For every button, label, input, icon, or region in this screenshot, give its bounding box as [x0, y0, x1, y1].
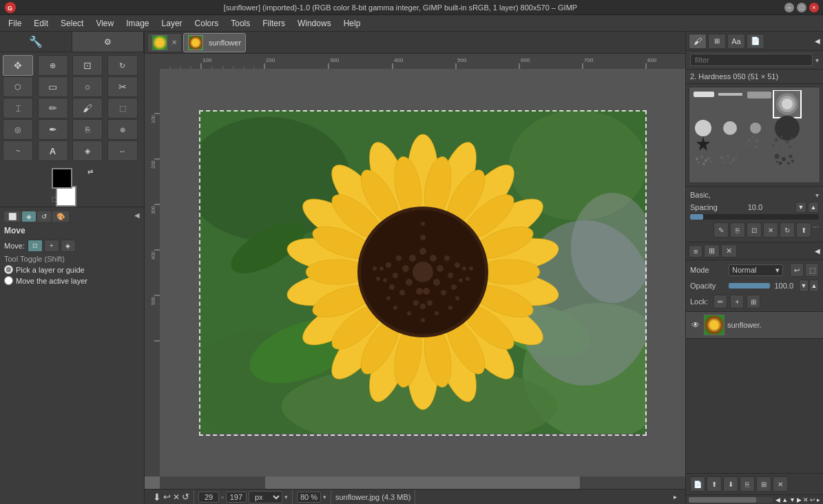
layer-lower-btn[interactable]: ⬇	[723, 476, 738, 492]
tool-tab-tools[interactable]: 🔧	[0, 32, 72, 52]
tool-move[interactable]: ✥	[3, 55, 33, 76]
menu-file[interactable]: File	[3, 17, 27, 30]
expand-tool-options[interactable]: ◀	[134, 211, 140, 222]
nav-redo2[interactable]: ▸	[817, 496, 820, 503]
tool-crop[interactable]: ⊡	[72, 55, 103, 76]
layer-delete-btn[interactable]: ✕	[773, 476, 788, 492]
layer-duplicate-btn[interactable]: ⎘	[740, 476, 755, 492]
cancel-icon[interactable]: ✕	[173, 492, 180, 502]
right-hscroll-thumb[interactable]	[689, 497, 756, 503]
brush-edit-btn[interactable]: ✎	[713, 222, 729, 238]
image-tab-1[interactable]: ✕	[147, 33, 182, 52]
brush-copy-btn[interactable]: ⎘	[730, 222, 745, 238]
tool-smudge[interactable]: ~	[3, 140, 33, 161]
layer-visibility-toggle[interactable]: 👁	[690, 319, 701, 330]
nav-right-end[interactable]: ▶	[797, 496, 802, 503]
right-hscroll[interactable]	[689, 497, 773, 503]
right-panel-menu[interactable]: ◀	[815, 37, 820, 45]
nav-up[interactable]: ▲	[782, 496, 788, 503]
horizontal-scrollbar[interactable]	[160, 476, 685, 489]
export-icon[interactable]: ⬇	[153, 492, 161, 503]
nav-del[interactable]: ✕	[803, 496, 809, 503]
image-tab-2[interactable]: sunflower	[183, 33, 246, 52]
lock-alpha-icon[interactable]: ⊞	[747, 295, 760, 308]
layers-tab-paths[interactable]: ✕	[721, 244, 737, 258]
image-tab-1-close[interactable]: ✕	[171, 39, 177, 46]
menu-layer[interactable]: Layer	[156, 17, 188, 30]
tool-heal[interactable]: ⊕	[107, 119, 138, 140]
spacing-bar[interactable]	[690, 214, 819, 220]
opacity-increase[interactable]: ▲	[809, 280, 819, 292]
brush-more-btn[interactable]: ···	[813, 222, 819, 238]
mode-undo[interactable]: ↩	[790, 263, 804, 277]
tool-text[interactable]: A	[38, 140, 68, 161]
tool-measure[interactable]: ↔	[107, 140, 138, 161]
move-layer-icon[interactable]: ⊡	[28, 240, 43, 252]
opt-tab-new[interactable]: ⬜	[4, 211, 21, 222]
maximize-button[interactable]: □	[797, 3, 806, 12]
brush-delete-btn[interactable]: ✕	[763, 222, 778, 238]
minimize-button[interactable]: –	[784, 3, 794, 12]
mode-select[interactable]: Normal ▾	[729, 264, 783, 276]
brush-preset-dropdown[interactable]: ▾	[815, 191, 819, 199]
canvas-viewport[interactable]	[160, 69, 685, 476]
tool-rotate[interactable]: ↻	[107, 55, 138, 76]
lock-move-icon[interactable]: +	[730, 295, 744, 308]
tool-paintbrush[interactable]: 🖌	[72, 98, 103, 118]
tool-airbrush[interactable]: ◎	[3, 119, 33, 140]
zoom-dropdown-arrow[interactable]: ▾	[323, 494, 326, 501]
layers-tab-layers[interactable]: ≡	[689, 245, 702, 258]
tool-ellipse-select[interactable]: ○	[72, 76, 103, 97]
menu-image[interactable]: Image	[121, 17, 154, 30]
undo-icon[interactable]: ↩	[163, 492, 171, 502]
opt-tab-tool[interactable]: ◈	[22, 211, 36, 222]
patterns-tab[interactable]: ⊞	[708, 34, 726, 49]
foreground-color-swatch[interactable]	[52, 168, 72, 189]
restore-icon[interactable]: ↺	[182, 492, 189, 502]
menu-tools[interactable]: Tools	[225, 17, 256, 30]
layer-merge-btn[interactable]: ⊞	[756, 476, 771, 492]
swap-colors-icon[interactable]: ⇄	[87, 168, 93, 176]
nav-down[interactable]: ▼	[789, 496, 795, 503]
filter-dropdown-arrow[interactable]: ▾	[815, 56, 819, 64]
fonts-tab[interactable]: Aa	[727, 34, 745, 49]
spacing-decrease[interactable]: ▼	[795, 202, 806, 213]
background-color-swatch[interactable]	[56, 186, 76, 207]
tool-scissors[interactable]: ✂	[107, 76, 138, 97]
opacity-bar[interactable]	[729, 283, 770, 288]
scrollbar-thumb[interactable]	[265, 476, 581, 489]
brush-export-btn[interactable]: ⬆	[796, 222, 811, 238]
tool-color-picker[interactable]: ◈	[72, 140, 103, 161]
tool-paths[interactable]: ⌶	[3, 98, 33, 118]
pick-layer-radio[interactable]	[4, 265, 13, 274]
layers-panel-menu[interactable]: ◀	[815, 247, 820, 255]
layers-tab-channels[interactable]: ⊞	[704, 244, 720, 258]
opt-tab-config[interactable]: 🎨	[52, 211, 69, 222]
tool-rect-select[interactable]: ▭	[38, 76, 68, 97]
tool-eraser[interactable]: ⬚	[107, 98, 138, 118]
move-path-icon[interactable]: ◈	[61, 240, 76, 252]
lock-paint-icon[interactable]: ✏	[713, 295, 727, 308]
menu-help[interactable]: Help	[338, 17, 366, 30]
tool-zoom[interactable]: ⊕	[38, 55, 68, 76]
nav-left[interactable]: ◀	[775, 496, 780, 503]
tool-tab-options[interactable]: ⚙	[72, 32, 145, 52]
brush-filter-input[interactable]	[690, 54, 813, 66]
menu-edit[interactable]: Edit	[28, 17, 54, 30]
nav-undo2[interactable]: ↩	[810, 496, 815, 503]
reset-colors-icon[interactable]: ⬚	[52, 196, 58, 202]
menu-filters[interactable]: Filters	[257, 17, 291, 30]
tool-free-select[interactable]: ⬡	[3, 76, 33, 97]
menu-windows[interactable]: Windows	[292, 17, 337, 30]
brushes-tab[interactable]: 🖌	[689, 34, 707, 49]
move-guide-icon[interactable]: +	[44, 240, 59, 252]
opacity-decrease[interactable]: ▼	[799, 280, 809, 292]
tool-clone[interactable]: ⎘	[72, 119, 103, 140]
layer-raise-btn[interactable]: ⬆	[707, 476, 722, 492]
brush-new-btn[interactable]: ⊡	[747, 222, 762, 238]
layer-row-sunflower[interactable]: 👁 sunflower.	[686, 312, 823, 339]
close-button[interactable]: ×	[809, 3, 819, 12]
opt-tab-history[interactable]: ↺	[37, 211, 51, 222]
unit-select[interactable]: px mm in	[249, 491, 282, 503]
menu-view[interactable]: View	[90, 17, 119, 30]
